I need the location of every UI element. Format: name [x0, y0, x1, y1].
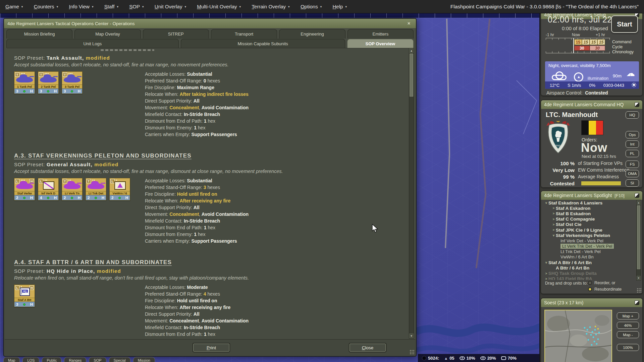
unit-counter[interactable]: L ••• H Staf Verke 2: [14, 178, 35, 200]
dialog-tab[interactable]: Unit Logs: [6, 39, 179, 48]
unit-tree-item[interactable]: > Staf A Eskadron: [542, 205, 636, 211]
si-button[interactable]: SI: [626, 179, 639, 187]
menu-item[interactable]: Staff: [104, 4, 118, 9]
minimap-button[interactable]: Map -: [617, 331, 639, 338]
resize-grip[interactable]: [410, 350, 415, 355]
panel-collapse-icon[interactable]: [635, 300, 639, 305]
radio-icon[interactable]: [588, 287, 592, 291]
scrollbar-thumb[interactable]: [410, 54, 413, 97]
tree-expand-icon[interactable]: >: [551, 223, 556, 226]
bottom-tab[interactable]: Mission: [133, 357, 155, 362]
menu-item[interactable]: Help: [333, 4, 347, 9]
bottom-tab[interactable]: Public: [42, 357, 61, 362]
unit-tree-item[interactable]: Lt Tnk Det - Verk Pel: [542, 249, 636, 254]
unit-counter[interactable]: T ••• 3 Tank Pel 3: [62, 71, 83, 94]
minimap[interactable]: [544, 310, 612, 362]
unit-counter[interactable]: L • VwWrn / 6 2: [109, 178, 130, 200]
tree-scrollbar[interactable]: ▲ ▼: [636, 200, 641, 281]
tree-expand-icon[interactable]: >: [551, 218, 556, 221]
int-button[interactable]: Int: [626, 140, 639, 148]
menu-item[interactable]: Options: [301, 4, 322, 9]
unit-tree-item[interactable]: > Staf Ost Cie: [542, 222, 636, 227]
dialog-tab[interactable]: SITREP: [143, 29, 209, 39]
dialog-scrollbar[interactable]: ▲ ▼: [409, 48, 414, 339]
hq-button[interactable]: HQ: [626, 111, 639, 119]
tree-expand-icon[interactable]: >: [551, 228, 556, 232]
menu-item[interactable]: Unit Overlay: [155, 4, 186, 9]
menu-item[interactable]: Game: [5, 4, 23, 9]
minimap-button[interactable]: 46%: [617, 322, 639, 329]
tree-expand-icon[interactable]: >: [551, 212, 556, 215]
tree-expand-icon[interactable]: >: [544, 272, 548, 275]
menu-item[interactable]: SOP: [129, 4, 144, 9]
unit-tree-item[interactable]: > SHQ Task Group Delta: [542, 270, 636, 276]
unit-tree-item[interactable]: > HQ 143 Field Bty RA: [542, 276, 636, 280]
oma-button[interactable]: OMA: [626, 170, 639, 177]
dialog-tab[interactable]: Transport: [211, 29, 277, 39]
menu-item[interactable]: Info View: [69, 4, 94, 9]
unit-tree-item[interactable]: A Bttr / 6 Art Bn: [542, 265, 636, 270]
panel-collapse-icon[interactable]: [635, 193, 639, 198]
reorder-option[interactable]: Reorder, or: [588, 280, 640, 286]
dialog-title-bar[interactable]: 4de Regiment Lansiers Tactical Operation…: [4, 19, 416, 28]
fs-button[interactable]: FS: [626, 161, 639, 168]
spotlight-panel-header[interactable]: 4de Regiment Lansiers Spotlight [F10]: [541, 191, 642, 200]
menu-item[interactable]: Terrain Overlay: [252, 4, 289, 9]
menu-item[interactable]: Counters: [34, 4, 58, 9]
unit-tree-item[interactable]: > Staf C Compagnie: [542, 217, 636, 222]
bottom-tab[interactable]: LOS: [22, 357, 39, 362]
unit-tree-item[interactable]: v Staf Eskadron 4 Lansiers: [542, 200, 636, 205]
sop-setting: Minefield Contact: In-Stride Breach: [145, 218, 406, 224]
tree-expand-icon[interactable]: v: [544, 261, 548, 264]
tree-expand-icon[interactable]: v: [544, 201, 548, 204]
pl-button[interactable]: PL: [626, 150, 639, 157]
unit-tree-item[interactable]: > Staf JPK Cie / 9 Ligne: [542, 227, 636, 233]
dropdown-caret-icon: [184, 5, 186, 8]
tree-expand-icon[interactable]: >: [551, 206, 556, 210]
unit-counter[interactable]: T •• Lt Tnk Det 2: [86, 178, 106, 200]
start-button[interactable]: Start: [611, 15, 638, 33]
minimap-button[interactable]: 100%: [617, 344, 639, 351]
resubordinate-option[interactable]: Resubordinate: [588, 287, 640, 292]
bottom-tab[interactable]: Map: [3, 357, 20, 362]
hq-panel-header[interactable]: 4de Regiment Lansiers Command HQ: [541, 100, 642, 109]
unit-tree-item[interactable]: v Staf Verkennings Peleton: [542, 233, 636, 238]
unit-counter[interactable]: T ••• 1 Tank Pel 3: [14, 71, 35, 94]
scroll-down-icon[interactable]: ▼: [637, 276, 641, 280]
panel-collapse-icon[interactable]: [635, 102, 639, 107]
close-icon[interactable]: ✕: [405, 20, 413, 27]
unit-tree-item[interactable]: VwWrn / 6 Art Bn: [542, 254, 636, 260]
bottom-tab[interactable]: Special: [109, 357, 130, 362]
bottom-tab[interactable]: SOP: [89, 357, 106, 362]
scroll-up-icon[interactable]: ▲: [409, 48, 414, 53]
radio-icon[interactable]: [588, 281, 592, 285]
print-button[interactable]: Print: [193, 343, 230, 352]
dialog-tab[interactable]: SOP Overview: [347, 39, 414, 48]
dialog-tab[interactable]: Mission Capable Subunits: [181, 39, 345, 48]
menu-item[interactable]: Multi-Unit Overlay: [197, 4, 241, 9]
scroll-up-icon[interactable]: ▲: [637, 200, 641, 205]
dialog-tab[interactable]: Mission Briefing: [6, 29, 72, 39]
scroll-down-icon[interactable]: ▼: [409, 334, 414, 338]
tree-expand-icon[interactable]: v: [551, 234, 556, 237]
unit-tree-item[interactable]: v Staf A Bttr / 6 Art Bn: [542, 260, 636, 265]
tree-expand-icon[interactable]: >: [544, 277, 548, 280]
unit-counter[interactable]: T ••• 2 Tank Pel 3: [38, 71, 59, 94]
sop-setting: Dismount from End of Path: 1 hex: [145, 224, 406, 231]
dialog-tab[interactable]: Emitters: [347, 29, 414, 39]
bottom-tab[interactable]: Ranges: [64, 357, 86, 362]
minimap-button[interactable]: Map +: [617, 312, 639, 319]
unit-counter[interactable]: T •• Lt Verk Tn 2: [62, 178, 83, 200]
ops-button[interactable]: Ops: [626, 131, 639, 138]
dialog-tab[interactable]: Map Overlay: [74, 29, 141, 39]
unit-tree-item[interactable]: > Staf B Eskadron: [542, 211, 636, 216]
unit-tree-item[interactable]: Inf Verk Det - Verk Pel: [542, 238, 636, 243]
unit-tree-item[interactable]: Lt Verk Tnk Det - Verk Pel: [542, 244, 636, 249]
unit-counter[interactable]: L • H Staf A Btt 3: [14, 285, 35, 307]
dialog-tab[interactable]: Engineering: [279, 29, 345, 39]
minimap-panel-header[interactable]: Soest (23 x 17 km): [541, 298, 642, 307]
resize-grip[interactable]: [637, 288, 641, 293]
unit-counter[interactable]: L •• Inf Verk D 4: [38, 178, 59, 200]
scrollbar-thumb[interactable]: [637, 205, 640, 269]
close-button[interactable]: Close: [349, 343, 386, 352]
